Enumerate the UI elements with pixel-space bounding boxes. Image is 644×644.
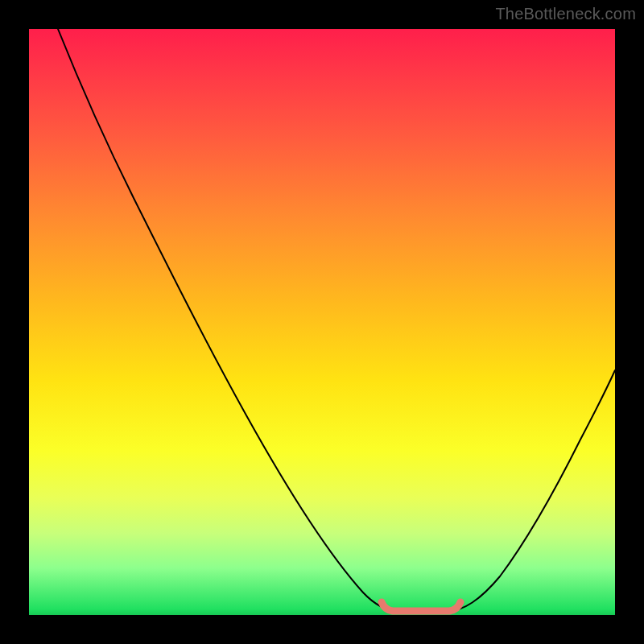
plot-area bbox=[29, 29, 615, 615]
bottleneck-curve bbox=[58, 29, 615, 612]
curve-layer bbox=[29, 29, 615, 615]
optimal-range-marker bbox=[382, 602, 460, 611]
watermark-text: TheBottleneck.com bbox=[495, 5, 636, 23]
chart-stage: TheBottleneck.com bbox=[0, 0, 644, 644]
